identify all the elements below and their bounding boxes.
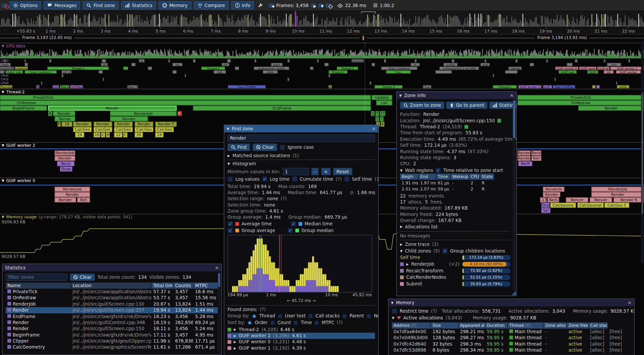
sortby-radio[interactable] bbox=[270, 320, 275, 325]
timeline-zone[interactable]: CalcGeomet bbox=[578, 203, 604, 208]
found-zone-group[interactable]: ▶ GUIF worker 2 (3,296) 4.61 s bbox=[227, 333, 375, 339]
timeline-zone[interactable]: Render bbox=[94, 122, 112, 127]
group-average-checkbox[interactable]: ✓ bbox=[227, 228, 233, 233]
timeline-zone[interactable]: Render bbox=[543, 192, 560, 197]
go-to-parent-button[interactable]: Go to parent bbox=[446, 101, 488, 109]
table-row[interactable]: Render jni/../jni/src/guif/Control.cpp:3… bbox=[6, 319, 218, 325]
table-row[interactable]: EndFrame jni/../jni/src/claw/gfx/drv/vk/… bbox=[6, 313, 218, 319]
goto-frame-button[interactable] bbox=[326, 3, 331, 7]
cpu-segment[interactable]: Thread-2 bbox=[337, 66, 358, 70]
memory-button[interactable]: Memory bbox=[159, 1, 192, 9]
timeline-zone[interactable]: F bbox=[57, 122, 61, 127]
timeline-zone[interactable]: Ren bbox=[531, 156, 541, 161]
timeline-zone[interactable]: 24 bbox=[75, 132, 84, 137]
frame-bar[interactable]: Frame 3,193 (22.45 ms) ‖ Frame 3,194 (13… bbox=[0, 35, 644, 41]
cpu-segment[interactable] bbox=[103, 78, 104, 81]
section-header-cpu-data[interactable]: ▼CPU data bbox=[0, 43, 644, 48]
cpu-segment[interactable]: M bbox=[36, 85, 40, 88]
cpu-segment[interactable]: Tracy P bbox=[127, 85, 138, 88]
prev-frame-button[interactable]: ◀ bbox=[269, 3, 274, 7]
cpu-segment[interactable]: GUIF worker 2 bbox=[518, 85, 541, 88]
cpu-segment[interactable] bbox=[575, 59, 577, 62]
timeline-zone[interactable]: Draw bbox=[60, 167, 72, 172]
relative-time-checkbox[interactable]: ✓ bbox=[436, 168, 441, 173]
cpu-segment[interactable]: md bbox=[214, 70, 226, 74]
expand-icon[interactable]: ▶ bbox=[234, 328, 236, 331]
messages-button[interactable]: Messages bbox=[44, 1, 80, 9]
timeline-zone[interactable]: CalcGeo bbox=[155, 127, 174, 132]
reset-button[interactable]: Reset bbox=[333, 168, 352, 175]
timeline-zone[interactable]: 26 bbox=[135, 132, 143, 137]
groupby-radio[interactable] bbox=[278, 314, 283, 319]
collapse-icon[interactable]: ▼ bbox=[2, 143, 4, 147]
column-header[interactable]: Zone alloc bbox=[543, 322, 567, 328]
collapse-icon[interactable]: ▼ bbox=[227, 162, 230, 166]
column-header[interactable]: Counts bbox=[173, 282, 193, 289]
cpu-segment[interactable] bbox=[415, 59, 417, 62]
timeline-zone[interactable]: RerS bbox=[547, 197, 559, 203]
timeline-zone[interactable]: 18 bbox=[62, 122, 72, 127]
timeline-zone[interactable]: Sel bbox=[541, 208, 550, 213]
timeline-zone[interactable]: C bbox=[177, 111, 182, 116]
table-row[interactable]: Render jni/../jni/src/guif/Screen.cpp:15… bbox=[6, 326, 218, 332]
cpu-segment[interactable] bbox=[24, 59, 26, 62]
cpu-segment[interactable]: Thread-2 bbox=[329, 70, 347, 74]
cpu-segment[interactable] bbox=[493, 74, 494, 77]
timeline-zone[interactable]: RenderJob bbox=[591, 187, 644, 192]
allocation-row[interactable]: 0x7dfaa64e00 192 bytes 298.21 ms 59.95 s… bbox=[392, 328, 631, 335]
timeline-zone[interactable]: Render bbox=[110, 117, 148, 122]
collapse-icon[interactable]: ▼ bbox=[399, 94, 402, 97]
column-header[interactable]: Duration bbox=[485, 322, 507, 328]
timeline-zone[interactable]: C bbox=[101, 132, 105, 137]
cpu-segment[interactable]: tracy_systrace bbox=[381, 66, 417, 70]
bin-input[interactable] bbox=[282, 168, 309, 175]
cpu-segment[interactable]: sen bbox=[607, 63, 621, 66]
frame-dropdown-button[interactable]: ▼ bbox=[318, 3, 323, 7]
groupby-radio[interactable] bbox=[367, 314, 372, 319]
filter-zones-input[interactable] bbox=[6, 273, 67, 281]
alloc-callstack-link[interactable]: [alloc] bbox=[589, 341, 607, 347]
timeline-zone[interactable]: 16 bbox=[94, 132, 100, 137]
cumulate-time-checkbox[interactable] bbox=[292, 176, 298, 182]
child-zone-row[interactable]: RecalcTransform 72.92 µs (1.62%) bbox=[400, 267, 511, 274]
expand-icon[interactable]: ▶ bbox=[406, 262, 409, 266]
compare-button[interactable]: Compare bbox=[194, 1, 229, 9]
cpu-segment[interactable]: TracyGpu bbox=[0, 85, 12, 88]
findzone-search-input[interactable] bbox=[227, 134, 375, 142]
cpu-segment[interactable] bbox=[452, 59, 454, 62]
timeline-zone[interactable]: Rend bbox=[57, 161, 74, 166]
findzone-histogram[interactable] bbox=[227, 235, 372, 292]
cpu-segment[interactable]: GU bbox=[604, 70, 613, 74]
timeline-zone[interactable]: 22 bbox=[114, 132, 122, 137]
collapse-icon[interactable]: ▼ bbox=[400, 249, 403, 253]
cpu-segment[interactable]: Tracy Profiler bbox=[228, 85, 266, 88]
timeline-zone[interactable]: Render bbox=[55, 156, 75, 161]
timeline-zone[interactable]: T bbox=[380, 117, 384, 122]
cpu-segment[interactable]: Trac bbox=[423, 85, 431, 88]
timeline-zone[interactable]: Render bbox=[591, 192, 644, 197]
timeline-zone[interactable]: Tf bbox=[380, 111, 385, 116]
cpu-segment[interactable] bbox=[310, 66, 313, 70]
median-time-checkbox[interactable]: ✓ bbox=[290, 221, 296, 227]
timeline-zone[interactable]: EndFrame bbox=[193, 106, 371, 111]
power-button[interactable] bbox=[2, 3, 7, 7]
collapse-icon[interactable]: ▼ bbox=[2, 44, 4, 48]
timeline-zone[interactable]: T bbox=[375, 111, 379, 116]
cpu-segment[interactable] bbox=[185, 74, 186, 77]
collapse-icon[interactable]: ▼ bbox=[2, 179, 4, 183]
bin-minus-button[interactable]: - bbox=[311, 168, 319, 175]
find-zone-window[interactable]: ▼Find zone× Find Clear Ignore case▶Match… bbox=[224, 125, 379, 355]
cpu-segment[interactable]: A bbox=[329, 85, 332, 88]
cpu-segment[interactable]: Tracy bbox=[60, 85, 69, 88]
timeline-scrollbar-thumb[interactable] bbox=[642, 93, 643, 214]
sortby-radio[interactable] bbox=[293, 320, 299, 325]
timeline-zone[interactable]: S bbox=[371, 111, 375, 116]
cpu-segment[interactable] bbox=[554, 78, 556, 81]
collapse-icon[interactable]: ▼ bbox=[400, 168, 403, 172]
cpu-segment[interactable]: GUIF worker 0 bbox=[555, 66, 579, 70]
findzone-titlebar[interactable]: ▼Find zone× bbox=[224, 125, 378, 132]
expand-icon[interactable]: ▶ bbox=[400, 242, 403, 246]
cpu-segment[interactable] bbox=[99, 70, 103, 74]
cpu-segment[interactable] bbox=[172, 70, 176, 74]
timeline-zone[interactable]: 4 bbox=[381, 122, 384, 127]
